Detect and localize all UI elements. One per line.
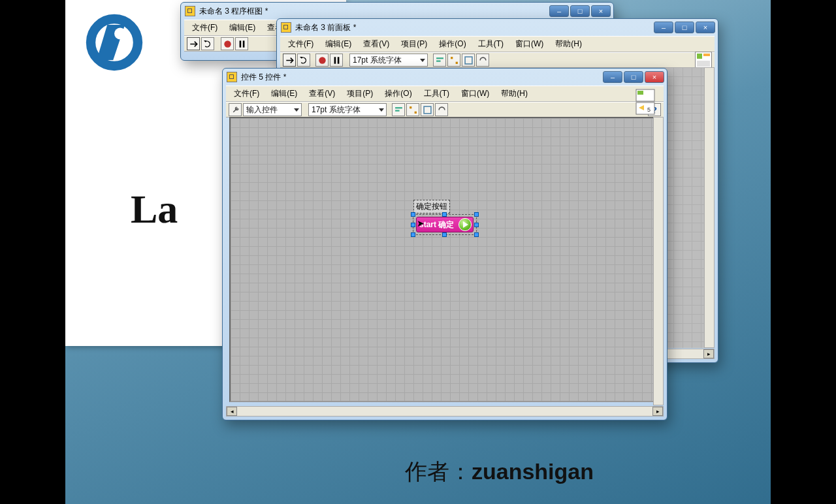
resize-handle[interactable] bbox=[442, 232, 447, 237]
control-label[interactable]: 确定按钮 bbox=[413, 200, 450, 213]
author-credit: 作者：zuanshigan bbox=[405, 457, 594, 487]
menu-project[interactable]: 项目(P) bbox=[396, 38, 432, 50]
resize-button[interactable] bbox=[421, 103, 434, 116]
resize-handle[interactable] bbox=[411, 232, 415, 237]
resize-handle[interactable] bbox=[411, 223, 415, 227]
distribute-button[interactable] bbox=[447, 54, 460, 67]
run-continuous-button[interactable] bbox=[201, 37, 214, 50]
distribute-button[interactable] bbox=[406, 103, 419, 116]
play-icon bbox=[458, 218, 472, 231]
svg-rect-14 bbox=[395, 110, 400, 111]
scroll-right-button[interactable]: ▸ bbox=[652, 407, 663, 416]
menu-help[interactable]: 帮助(H) bbox=[496, 87, 533, 100]
window-control-editor[interactable]: 控件 5 控件 * – □ × 文件(F) 编辑(E) 查看(V) 项目(P) … bbox=[222, 68, 667, 420]
close-button[interactable]: × bbox=[591, 5, 611, 17]
align-button[interactable] bbox=[392, 103, 405, 116]
titlebar[interactable]: 未命名 3 程序框图 * – □ × bbox=[181, 3, 613, 20]
run-button[interactable] bbox=[283, 54, 296, 67]
menu-file[interactable]: 文件(F) bbox=[187, 22, 223, 34]
scrollbar-horizontal[interactable]: ◂ ▸ bbox=[226, 406, 664, 417]
wrench-button[interactable] bbox=[229, 103, 242, 116]
scroll-right-button[interactable]: ▸ bbox=[703, 349, 714, 358]
desktop-background: La 作者：zuanshigan 未命名 3 程序框图 * – □ × 文件(F… bbox=[0, 0, 836, 504]
reorder-button[interactable] bbox=[435, 103, 448, 116]
svg-rect-10 bbox=[451, 57, 453, 59]
maximize-button[interactable]: □ bbox=[570, 5, 590, 17]
svg-rect-12 bbox=[465, 57, 472, 64]
menu-edit[interactable]: 编辑(E) bbox=[266, 87, 302, 100]
menu-file[interactable]: 文件(F) bbox=[283, 38, 319, 50]
menu-view[interactable]: 查看(V) bbox=[358, 38, 394, 50]
resize-handle[interactable] bbox=[474, 232, 479, 237]
menu-project[interactable]: 项目(P) bbox=[342, 87, 378, 100]
svg-rect-17 bbox=[424, 106, 431, 114]
control-mode-dropdown[interactable]: 输入控件 bbox=[243, 103, 302, 116]
svg-point-5 bbox=[319, 57, 325, 63]
menu-window[interactable]: 窗口(W) bbox=[456, 87, 494, 100]
svg-rect-8 bbox=[436, 57, 443, 59]
window-title: 控件 5 控件 * bbox=[241, 72, 286, 83]
svg-rect-16 bbox=[414, 111, 416, 113]
labview-icon bbox=[227, 72, 237, 82]
reorder-button[interactable] bbox=[476, 54, 489, 67]
svg-rect-9 bbox=[436, 60, 441, 61]
resize-handle[interactable] bbox=[411, 212, 415, 217]
maximize-button[interactable]: □ bbox=[675, 22, 694, 33]
svg-text:5: 5 bbox=[647, 106, 651, 113]
background-heading: La bbox=[131, 186, 178, 232]
ok-button-face[interactable]: start 确定 bbox=[416, 217, 474, 232]
minimize-button[interactable]: – bbox=[603, 71, 622, 83]
ok-button-text: start 确定 bbox=[419, 219, 454, 230]
menu-tools[interactable]: 工具(T) bbox=[473, 38, 509, 50]
run-continuous-button[interactable] bbox=[297, 54, 310, 67]
scrollbar-vertical[interactable] bbox=[704, 67, 715, 348]
window-title: 未命名 3 程序框图 * bbox=[199, 6, 268, 17]
pause-button[interactable] bbox=[330, 54, 343, 67]
minimize-button[interactable]: – bbox=[549, 5, 569, 17]
menubar: 文件(F) 编辑(E) 查看(V) 项目(P) 操作(O) 工具(T) 窗口(W… bbox=[226, 86, 664, 102]
menu-operate[interactable]: 操作(O) bbox=[434, 38, 471, 50]
svg-rect-19 bbox=[637, 91, 643, 95]
resize-button[interactable] bbox=[462, 54, 475, 67]
menu-tools[interactable]: 工具(T) bbox=[419, 87, 455, 100]
menu-view[interactable]: 查看(V) bbox=[304, 87, 340, 100]
pause-button[interactable] bbox=[235, 37, 248, 50]
toolbar: 17pt 系统字体 ? bbox=[280, 52, 715, 68]
svg-rect-13 bbox=[395, 107, 402, 108]
titlebar[interactable]: 未命名 3 前面板 * – □ × bbox=[277, 19, 718, 36]
menu-edit[interactable]: 编辑(E) bbox=[320, 38, 357, 50]
font-dropdown[interactable]: 17pt 系统字体 bbox=[349, 54, 428, 67]
align-button[interactable] bbox=[433, 54, 446, 67]
titlebar[interactable]: 控件 5 控件 * – □ × bbox=[223, 69, 667, 86]
vi-icon-pane[interactable] bbox=[695, 52, 712, 69]
abort-button[interactable] bbox=[315, 54, 329, 67]
resize-handle[interactable] bbox=[474, 212, 479, 217]
minimize-button[interactable]: – bbox=[654, 22, 673, 33]
ok-button-control[interactable]: 确定按钮 start 确定 ➤ bbox=[413, 200, 476, 234]
scroll-left-button[interactable]: ◂ bbox=[227, 407, 237, 416]
svg-point-1 bbox=[114, 28, 126, 40]
close-button[interactable]: × bbox=[696, 22, 715, 33]
maximize-button[interactable]: □ bbox=[624, 71, 643, 83]
connector-pane-icon[interactable]: 5 bbox=[632, 88, 658, 117]
abort-button[interactable] bbox=[221, 37, 234, 50]
svg-rect-15 bbox=[410, 106, 411, 108]
menubar: 文件(F) 编辑(E) 查看(V) 项目(P) 操作(O) 工具(T) 窗口(W… bbox=[280, 36, 715, 52]
menu-edit[interactable]: 编辑(E) bbox=[224, 22, 261, 34]
resize-handle[interactable] bbox=[442, 212, 447, 217]
menu-file[interactable]: 文件(F) bbox=[229, 87, 265, 100]
run-button[interactable] bbox=[187, 37, 200, 50]
labview-icon bbox=[185, 6, 195, 16]
control-editor-canvas[interactable]: 确定按钮 start 确定 ➤ bbox=[231, 118, 659, 401]
logo-icon bbox=[85, 13, 144, 72]
svg-rect-20 bbox=[636, 102, 654, 114]
font-dropdown[interactable]: 17pt 系统字体 bbox=[308, 103, 387, 116]
menu-help[interactable]: 帮助(H) bbox=[550, 38, 587, 50]
svg-point-2 bbox=[224, 40, 231, 47]
close-button[interactable]: × bbox=[645, 71, 664, 83]
scrollbar-vertical[interactable] bbox=[653, 117, 664, 405]
resize-handle[interactable] bbox=[474, 223, 479, 227]
menu-window[interactable]: 窗口(W) bbox=[510, 38, 549, 50]
letterbox-right bbox=[771, 0, 836, 504]
menu-operate[interactable]: 操作(O) bbox=[379, 87, 417, 100]
